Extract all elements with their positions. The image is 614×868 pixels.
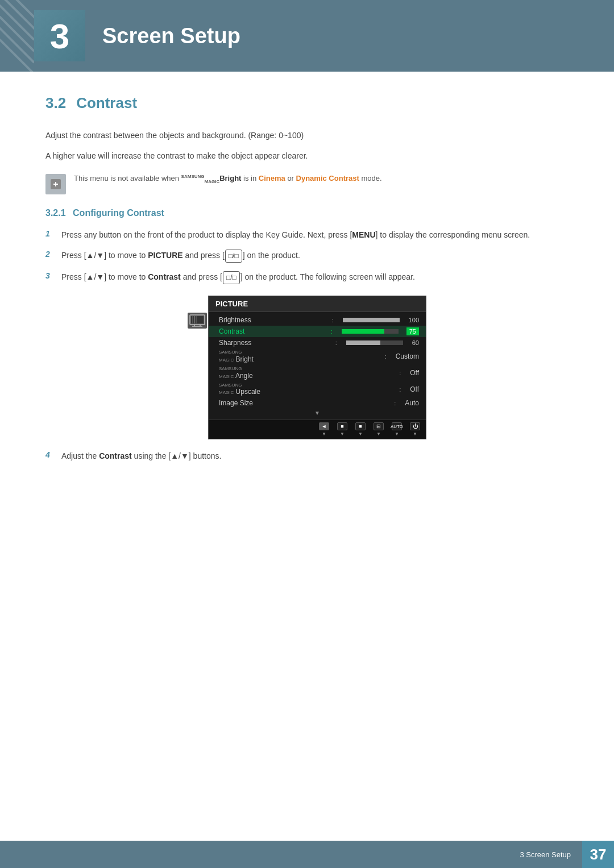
section-number: 3.2: [45, 94, 66, 112]
sharpness-fill: [346, 340, 380, 345]
contrast-bar: [342, 329, 399, 334]
note-icon: [45, 174, 66, 194]
step-2-number: 2: [45, 250, 56, 259]
contrast-label: Contrast: [219, 327, 322, 335]
chapter-number: 3: [50, 16, 69, 56]
steps-list: 1 Press any button on the front of the p…: [45, 229, 569, 284]
toolbar-btn-minus: ■ ▼: [337, 422, 347, 437]
section-title: Contrast: [76, 94, 137, 112]
monitor-sidebar-icon: [188, 313, 207, 329]
main-content: 3.2 Contrast Adjust the contrast between…: [0, 94, 614, 463]
svg-rect-13: [196, 316, 197, 323]
svg-rect-11: [192, 316, 193, 323]
image-size-value: Auto: [405, 399, 419, 407]
contrast-value-badge: 75: [406, 327, 419, 335]
steps-list-4: 4 Adjust the Contrast using the [▲/▼] bu…: [45, 450, 569, 462]
brightness-fill: [343, 318, 400, 322]
brightness-value: 100: [409, 317, 419, 323]
step-3-number: 3: [45, 271, 56, 280]
chapter-number-box: 3: [34, 10, 85, 61]
subsection-heading: 3.2.1 Configuring Contrast: [45, 208, 569, 218]
svg-line-4: [0, 0, 34, 34]
step-1-number: 1: [45, 229, 56, 238]
menu-row-magic-upscale: SAMSUNG MAGIC Upscale : Off: [209, 381, 426, 398]
menu-row-contrast: Contrast : 75: [209, 326, 426, 337]
footer-page-num-box: 37: [582, 841, 614, 868]
sharpness-value: 60: [412, 339, 419, 346]
magic-upscale-value: Off: [410, 385, 419, 393]
menu-toolbar: ◄ ▼ ■ ▼ ■ ▼ ⊟ ▼: [209, 420, 426, 439]
magic-angle-label: SAMSUNG MAGIC Angle: [219, 367, 390, 380]
chapter-header: 3 Screen Setup: [0, 0, 614, 72]
subsection-number: 3.2.1: [45, 208, 66, 218]
magic-bright-value: Custom: [396, 352, 419, 360]
magic-angle-value: Off: [410, 369, 419, 377]
note-text: This menu is not available when SAMSUNGM…: [74, 173, 382, 185]
footer-text: 3 Screen Setup: [520, 850, 582, 859]
picture-menu: PICTURE Brightness : 100: [208, 296, 426, 439]
step-2-text: Press [▲/▼] to move to PICTURE and press…: [61, 249, 300, 263]
step-2: 2 Press [▲/▼] to move to PICTURE and pre…: [45, 249, 569, 263]
svg-rect-12: [194, 316, 195, 323]
svg-line-3: [0, 34, 34, 74]
step-4: 4 Adjust the Contrast using the [▲/▼] bu…: [45, 450, 569, 462]
step-3: 3 Press [▲/▼] to move to Contrast and pr…: [45, 271, 569, 284]
image-size-label: Image Size: [219, 399, 385, 407]
toolbar-btn-plus: ■ ▼: [355, 422, 366, 437]
sharpness-label: Sharpness: [219, 339, 326, 347]
step-1-text: Press any button on the front of the pro…: [61, 229, 530, 241]
toolbar-btn-auto: AUTO ▼: [392, 422, 402, 437]
body-para-1: Adjust the contrast between the objects …: [45, 129, 569, 142]
menu-row-image-size: Image Size : Auto: [209, 397, 426, 409]
menu-row-brightness: Brightness : 100: [209, 314, 426, 326]
page-footer: 3 Screen Setup 37: [0, 841, 614, 868]
toolbar-btn-menu: ⊟ ▼: [374, 422, 384, 437]
magic-bright-label: SAMSUNG MAGIC Bright: [219, 350, 376, 363]
step-3-text: Press [▲/▼] to move to Contrast and pres…: [61, 271, 415, 284]
step-4-number: 4: [45, 450, 56, 459]
subsection-title: Configuring Contrast: [73, 208, 164, 218]
magic-upscale-label: SAMSUNG MAGIC Upscale: [219, 383, 390, 396]
body-para-2: A higher value will increase the contras…: [45, 149, 569, 162]
picture-menu-items: Brightness : 100 Contrast :: [209, 312, 426, 420]
step-4-text: Adjust the Contrast using the [▲/▼] butt…: [61, 450, 221, 462]
brightness-label: Brightness: [219, 316, 323, 324]
sharpness-bar: [346, 340, 403, 345]
menu-row-sharpness: Sharpness : 60: [209, 337, 426, 348]
chapter-title: Screen Setup: [102, 24, 240, 48]
picture-menu-header: PICTURE: [209, 296, 426, 312]
toolbar-btn-left: ◄ ▼: [319, 422, 329, 437]
note-box: This menu is not available when SAMSUNGM…: [45, 173, 569, 194]
section-heading: 3.2 Contrast: [45, 94, 569, 112]
brightness-bar: [343, 318, 400, 322]
contrast-fill: [342, 329, 384, 334]
footer-page-num: 37: [590, 846, 607, 863]
toolbar-btn-power: ⏻ ▼: [410, 422, 420, 437]
step-1: 1 Press any button on the front of the p…: [45, 229, 569, 241]
picture-menu-container: PICTURE Brightness : 100: [188, 296, 426, 439]
menu-row-magic-angle: SAMSUNG MAGIC Angle : Off: [209, 365, 426, 381]
menu-row-magic-bright: SAMSUNG MAGIC Bright : Custom: [209, 348, 426, 365]
scroll-indicator: ▼: [209, 409, 426, 417]
